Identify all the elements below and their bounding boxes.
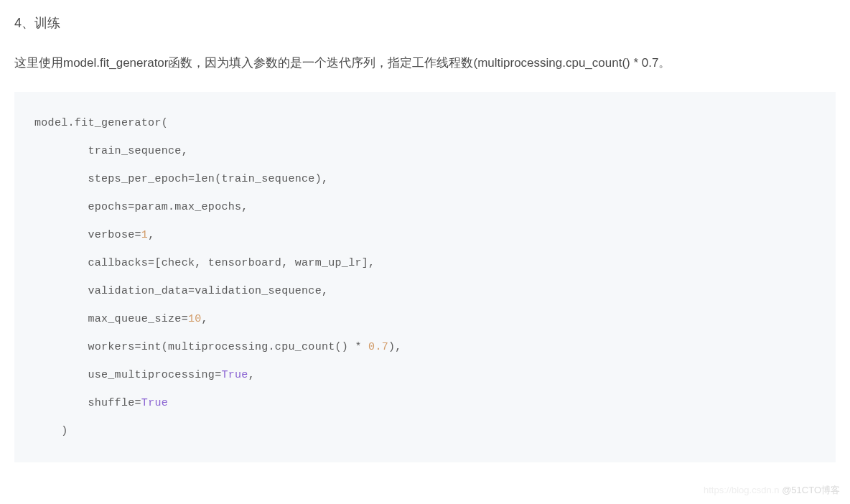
code-line: model.fit_generator(: [34, 117, 168, 129]
code-block: model.fit_generator( train_sequence, ste…: [14, 92, 836, 462]
code-line: use_multiprocessing=: [34, 369, 221, 381]
code-line: ): [34, 425, 68, 437]
code-line: steps_per_epoch=len(train_sequence),: [34, 173, 328, 185]
code-number: 10: [188, 313, 202, 325]
code-line: validation_data=validation_sequence,: [34, 285, 328, 297]
code-text: ,: [248, 369, 255, 381]
code-number: 1: [141, 229, 148, 241]
code-text: ),: [388, 341, 402, 353]
code-line: shuffle=: [34, 397, 141, 409]
code-line: max_queue_size=: [34, 313, 188, 325]
code-line: epochs=param.max_epochs,: [34, 201, 248, 213]
code-line: train_sequence,: [34, 145, 188, 157]
code-line: workers=int(multiprocessing.cpu_count() …: [34, 341, 368, 353]
section-description: 这里使用model.fit_generator函数，因为填入参数的是一个迭代序列…: [14, 52, 836, 75]
code-number: 0.7: [368, 341, 388, 353]
code-text: ,: [148, 229, 154, 241]
code-boolean: True: [141, 397, 168, 409]
code-line: verbose=: [34, 229, 141, 241]
code-boolean: True: [221, 369, 248, 381]
code-text: ,: [202, 313, 208, 325]
section-heading: 4、训练: [14, 14, 836, 32]
code-line: callbacks=[check, tensorboard, warm_up_l…: [34, 257, 375, 269]
